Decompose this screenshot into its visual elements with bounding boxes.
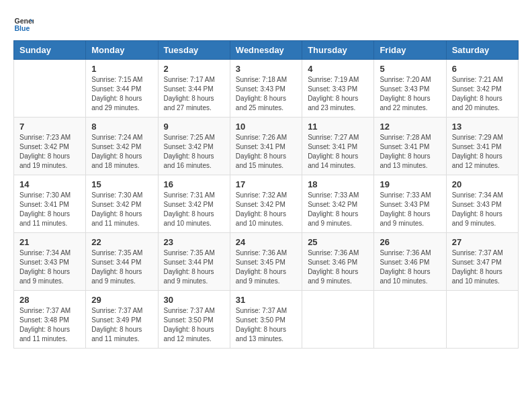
day-number: 16 — [164, 179, 224, 189]
day-info: Sunrise: 7:18 AMSunset: 3:43 PMDaylight:… — [236, 75, 296, 113]
day-number: 9 — [164, 122, 224, 132]
calendar-cell: 12 Sunrise: 7:28 AMSunset: 3:41 PMDaylig… — [374, 118, 446, 175]
day-info: Sunrise: 7:33 AMSunset: 3:43 PMDaylight:… — [380, 191, 440, 228]
day-number: 18 — [308, 179, 368, 189]
day-info: Sunrise: 7:30 AMSunset: 3:41 PMDaylight:… — [19, 191, 80, 228]
day-info: Sunrise: 7:25 AMSunset: 3:42 PMDaylight:… — [164, 133, 224, 171]
day-info: Sunrise: 7:28 AMSunset: 3:41 PMDaylight:… — [380, 133, 440, 171]
day-number: 27 — [452, 237, 513, 247]
calendar-cell: 5 Sunrise: 7:20 AMSunset: 3:43 PMDayligh… — [374, 60, 446, 118]
calendar-cell: 2 Sunrise: 7:17 AMSunset: 3:44 PMDayligh… — [158, 60, 230, 118]
calendar-week-row: 21 Sunrise: 7:34 AMSunset: 3:43 PMDaylig… — [14, 233, 519, 291]
calendar-cell: 15 Sunrise: 7:30 AMSunset: 3:42 PMDaylig… — [86, 175, 158, 233]
calendar-week-row: 1 Sunrise: 7:15 AMSunset: 3:44 PMDayligh… — [14, 60, 519, 118]
calendar-cell: 14 Sunrise: 7:30 AMSunset: 3:41 PMDaylig… — [14, 175, 86, 233]
col-header-monday: Monday — [86, 41, 158, 60]
calendar-cell — [374, 291, 446, 349]
day-number: 21 — [19, 237, 80, 247]
calendar-cell: 21 Sunrise: 7:34 AMSunset: 3:43 PMDaylig… — [14, 233, 86, 291]
day-number: 28 — [19, 295, 80, 305]
day-number: 1 — [91, 64, 152, 74]
col-header-saturday: Saturday — [446, 41, 518, 60]
day-info: Sunrise: 7:32 AMSunset: 3:42 PMDaylight:… — [236, 191, 296, 228]
day-number: 12 — [380, 122, 440, 132]
day-info: Sunrise: 7:29 AMSunset: 3:41 PMDaylight:… — [452, 133, 513, 171]
calendar-cell: 1 Sunrise: 7:15 AMSunset: 3:44 PMDayligh… — [86, 60, 158, 118]
col-header-tuesday: Tuesday — [158, 41, 230, 60]
day-number: 8 — [91, 122, 152, 132]
day-number: 13 — [452, 122, 513, 132]
calendar-cell: 23 Sunrise: 7:35 AMSunset: 3:44 PMDaylig… — [158, 233, 230, 291]
day-info: Sunrise: 7:37 AMSunset: 3:50 PMDaylight:… — [236, 306, 296, 344]
col-header-sunday: Sunday — [14, 41, 86, 60]
calendar-cell: 30 Sunrise: 7:37 AMSunset: 3:50 PMDaylig… — [158, 291, 230, 349]
calendar-cell: 18 Sunrise: 7:33 AMSunset: 3:42 PMDaylig… — [302, 175, 374, 233]
calendar-cell: 22 Sunrise: 7:35 AMSunset: 3:44 PMDaylig… — [86, 233, 158, 291]
day-info: Sunrise: 7:37 AMSunset: 3:49 PMDaylight:… — [91, 306, 152, 344]
day-info: Sunrise: 7:34 AMSunset: 3:43 PMDaylight:… — [452, 191, 513, 228]
calendar-cell — [446, 291, 518, 349]
day-number: 17 — [236, 179, 296, 189]
day-number: 31 — [236, 295, 296, 305]
svg-text:Blue: Blue — [15, 24, 30, 32]
day-info: Sunrise: 7:36 AMSunset: 3:45 PMDaylight:… — [236, 248, 296, 286]
day-number: 11 — [308, 122, 368, 132]
day-info: Sunrise: 7:26 AMSunset: 3:41 PMDaylight:… — [236, 133, 296, 171]
day-number: 29 — [91, 295, 152, 305]
calendar-cell: 6 Sunrise: 7:21 AMSunset: 3:42 PMDayligh… — [446, 60, 518, 118]
day-number: 24 — [236, 237, 296, 247]
day-number: 23 — [164, 237, 224, 247]
day-number: 3 — [236, 64, 296, 74]
calendar-week-row: 28 Sunrise: 7:37 AMSunset: 3:48 PMDaylig… — [14, 291, 519, 349]
calendar-cell: 27 Sunrise: 7:37 AMSunset: 3:47 PMDaylig… — [446, 233, 518, 291]
logo: General Blue — [13, 13, 36, 34]
col-header-thursday: Thursday — [302, 41, 374, 60]
calendar-cell: 31 Sunrise: 7:37 AMSunset: 3:50 PMDaylig… — [230, 291, 302, 349]
calendar-cell — [14, 60, 86, 118]
calendar-cell: 26 Sunrise: 7:36 AMSunset: 3:46 PMDaylig… — [374, 233, 446, 291]
day-number: 14 — [19, 179, 80, 189]
day-info: Sunrise: 7:20 AMSunset: 3:43 PMDaylight:… — [380, 75, 440, 113]
calendar-cell: 8 Sunrise: 7:24 AMSunset: 3:42 PMDayligh… — [86, 118, 158, 175]
day-info: Sunrise: 7:33 AMSunset: 3:42 PMDaylight:… — [308, 191, 368, 228]
calendar: SundayMondayTuesdayWednesdayThursdayFrid… — [13, 40, 519, 349]
day-info: Sunrise: 7:36 AMSunset: 3:46 PMDaylight:… — [380, 248, 440, 286]
calendar-cell: 25 Sunrise: 7:36 AMSunset: 3:46 PMDaylig… — [302, 233, 374, 291]
calendar-cell: 10 Sunrise: 7:26 AMSunset: 3:41 PMDaylig… — [230, 118, 302, 175]
day-number: 30 — [164, 295, 224, 305]
calendar-cell: 3 Sunrise: 7:18 AMSunset: 3:43 PMDayligh… — [230, 60, 302, 118]
day-info: Sunrise: 7:15 AMSunset: 3:44 PMDaylight:… — [91, 75, 152, 113]
day-info: Sunrise: 7:34 AMSunset: 3:43 PMDaylight:… — [19, 248, 80, 286]
day-info: Sunrise: 7:37 AMSunset: 3:50 PMDaylight:… — [164, 306, 224, 344]
calendar-cell: 16 Sunrise: 7:31 AMSunset: 3:42 PMDaylig… — [158, 175, 230, 233]
day-number: 22 — [91, 237, 152, 247]
day-number: 6 — [452, 64, 513, 74]
calendar-cell: 29 Sunrise: 7:37 AMSunset: 3:49 PMDaylig… — [86, 291, 158, 349]
calendar-cell — [302, 291, 374, 349]
day-info: Sunrise: 7:24 AMSunset: 3:42 PMDaylight:… — [91, 133, 152, 171]
calendar-week-row: 14 Sunrise: 7:30 AMSunset: 3:41 PMDaylig… — [14, 175, 519, 233]
day-info: Sunrise: 7:35 AMSunset: 3:44 PMDaylight:… — [164, 248, 224, 286]
day-number: 4 — [308, 64, 368, 74]
day-info: Sunrise: 7:35 AMSunset: 3:44 PMDaylight:… — [91, 248, 152, 286]
calendar-cell: 11 Sunrise: 7:27 AMSunset: 3:41 PMDaylig… — [302, 118, 374, 175]
calendar-cell: 17 Sunrise: 7:32 AMSunset: 3:42 PMDaylig… — [230, 175, 302, 233]
day-number: 20 — [452, 179, 513, 189]
col-header-friday: Friday — [374, 41, 446, 60]
day-info: Sunrise: 7:37 AMSunset: 3:48 PMDaylight:… — [19, 306, 80, 344]
calendar-cell: 13 Sunrise: 7:29 AMSunset: 3:41 PMDaylig… — [446, 118, 518, 175]
day-number: 15 — [91, 179, 152, 189]
day-info: Sunrise: 7:21 AMSunset: 3:42 PMDaylight:… — [452, 75, 513, 113]
day-number: 5 — [380, 64, 440, 74]
day-info: Sunrise: 7:31 AMSunset: 3:42 PMDaylight:… — [164, 191, 224, 228]
day-info: Sunrise: 7:30 AMSunset: 3:42 PMDaylight:… — [91, 191, 152, 228]
calendar-cell: 28 Sunrise: 7:37 AMSunset: 3:48 PMDaylig… — [14, 291, 86, 349]
calendar-cell: 19 Sunrise: 7:33 AMSunset: 3:43 PMDaylig… — [374, 175, 446, 233]
day-info: Sunrise: 7:17 AMSunset: 3:44 PMDaylight:… — [164, 75, 224, 113]
day-number: 26 — [380, 237, 440, 247]
day-info: Sunrise: 7:37 AMSunset: 3:47 PMDaylight:… — [452, 248, 513, 286]
day-info: Sunrise: 7:36 AMSunset: 3:46 PMDaylight:… — [308, 248, 368, 286]
calendar-cell: 4 Sunrise: 7:19 AMSunset: 3:43 PMDayligh… — [302, 60, 374, 118]
day-info: Sunrise: 7:19 AMSunset: 3:43 PMDaylight:… — [308, 75, 368, 113]
day-info: Sunrise: 7:27 AMSunset: 3:41 PMDaylight:… — [308, 133, 368, 171]
